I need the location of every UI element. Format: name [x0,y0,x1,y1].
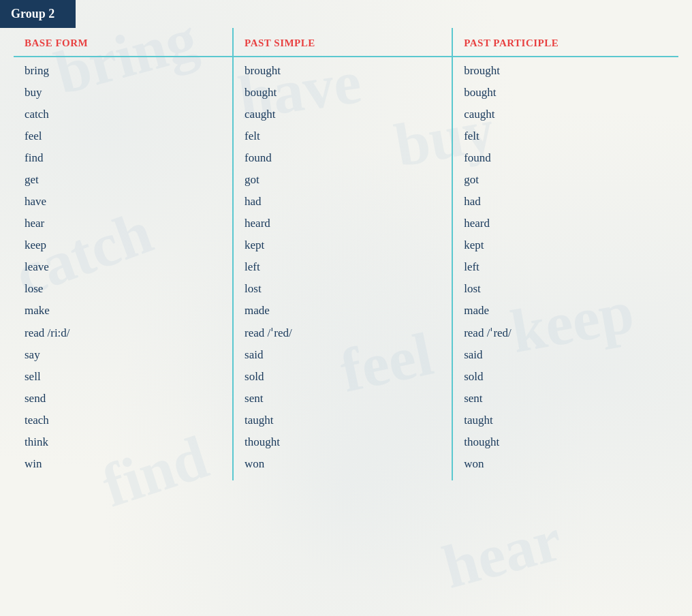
cell-participle-17: thought [452,431,678,453]
cell-past-7: heard [233,213,452,234]
cell-participle-3: felt [452,125,678,147]
cell-past-10: lost [233,278,452,300]
cell-base-2: catch [14,104,233,125]
table-row: leaveleftleft [14,256,678,278]
table-row: feelfeltfelt [14,125,678,147]
cell-base-5: get [14,169,233,191]
table-row: loselostlost [14,278,678,300]
cell-participle-12: read /ˈred/ [452,322,678,344]
cell-base-11: make [14,300,233,322]
cell-base-1: buy [14,82,233,104]
cell-participle-9: left [452,256,678,278]
cell-base-17: think [14,431,233,453]
cell-participle-13: said [452,344,678,366]
cell-base-6: have [14,191,233,213]
col-header-base: BASE FORM [14,28,233,57]
group-header: Group 2 [0,0,76,28]
cell-participle-8: kept [452,234,678,256]
cell-past-11: made [233,300,452,322]
table-row: hearheardheard [14,213,678,234]
cell-past-1: bought [233,82,452,104]
table-header-row: BASE FORM PAST SIMPLE PAST PARTICIPLE [14,28,678,57]
cell-participle-2: caught [452,104,678,125]
cell-participle-18: won [452,453,678,480]
cell-participle-1: bought [452,82,678,104]
cell-base-14: sell [14,366,233,388]
cell-past-15: sent [233,388,452,410]
cell-participle-14: sold [452,366,678,388]
table-row: teachtaughttaught [14,410,678,431]
cell-base-10: lose [14,278,233,300]
cell-base-4: find [14,147,233,169]
table-row: bringbroughtbrought [14,57,678,82]
cell-past-13: said [233,344,452,366]
cell-base-3: feel [14,125,233,147]
group-title: Group 2 [11,7,54,20]
cell-base-15: send [14,388,233,410]
table-row: buyboughtbought [14,82,678,104]
cell-past-8: kept [233,234,452,256]
col-header-past: PAST SIMPLE [233,28,452,57]
page-wrapper: Group 2 BASE FORM PAST SIMPLE PAST PARTI… [0,0,692,616]
cell-past-4: found [233,147,452,169]
table-row: read /ri:d/read /ˈred/read /ˈred/ [14,322,678,344]
table-row: thinkthoughtthought [14,431,678,453]
cell-past-14: sold [233,366,452,388]
cell-participle-16: taught [452,410,678,431]
cell-participle-7: heard [452,213,678,234]
table-row: sendsentsent [14,388,678,410]
cell-past-16: taught [233,410,452,431]
cell-past-2: caught [233,104,452,125]
table-container: BASE FORM PAST SIMPLE PAST PARTICIPLE br… [0,28,692,494]
verb-table: BASE FORM PAST SIMPLE PAST PARTICIPLE br… [14,28,678,480]
cell-base-16: teach [14,410,233,431]
cell-base-8: keep [14,234,233,256]
table-row: winwonwon [14,453,678,480]
cell-past-0: brought [233,57,452,82]
cell-base-13: say [14,344,233,366]
cell-participle-5: got [452,169,678,191]
table-row: keepkeptkept [14,234,678,256]
cell-base-0: bring [14,57,233,82]
cell-past-3: felt [233,125,452,147]
table-row: catchcaughtcaught [14,104,678,125]
cell-base-12: read /ri:d/ [14,322,233,344]
cell-participle-11: made [452,300,678,322]
table-row: getgotgot [14,169,678,191]
cell-past-17: thought [233,431,452,453]
col-header-participle: PAST PARTICIPLE [452,28,678,57]
cell-past-5: got [233,169,452,191]
cell-participle-10: lost [452,278,678,300]
table-row: havehadhad [14,191,678,213]
table-row: saysaidsaid [14,344,678,366]
table-row: makemademade [14,300,678,322]
cell-past-18: won [233,453,452,480]
cell-base-9: leave [14,256,233,278]
cell-base-7: hear [14,213,233,234]
cell-past-9: left [233,256,452,278]
cell-past-12: read /ˈred/ [233,322,452,344]
cell-participle-4: found [452,147,678,169]
cell-base-18: win [14,453,233,480]
cell-past-6: had [233,191,452,213]
cell-participle-15: sent [452,388,678,410]
cell-participle-0: brought [452,57,678,82]
table-row: sellsoldsold [14,366,678,388]
cell-participle-6: had [452,191,678,213]
table-row: findfoundfound [14,147,678,169]
